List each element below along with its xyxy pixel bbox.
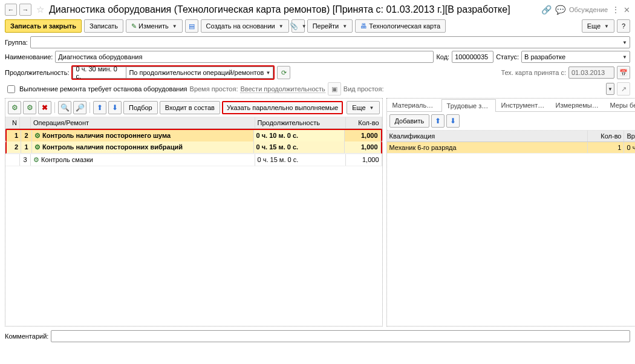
chevron-down-icon: ▼ (172, 24, 177, 29)
col-qty[interactable]: Кол-во (346, 117, 382, 128)
col-dur[interactable]: Продолжительность (255, 117, 346, 128)
tab-tools[interactable]: Инструменты и ... (496, 99, 550, 111)
downtime-kind-label: Вид простоя: (344, 85, 384, 93)
move-down-icon[interactable]: ⬇ (108, 101, 122, 114)
operations-table[interactable]: N Операция/Ремонт Продолжительность Кол-… (5, 117, 382, 326)
parallel-button[interactable]: Указать параллельно выполняемые (222, 101, 343, 114)
change-label: Изменить (138, 22, 169, 30)
comment-input[interactable] (51, 330, 630, 342)
tech-card-button[interactable]: 🖶 Технологическая карта (355, 19, 446, 33)
col-ord[interactable] (20, 117, 31, 128)
code-input[interactable]: 100000035 (452, 51, 493, 63)
calendar-button[interactable]: 📅 (617, 66, 630, 79)
goto-button[interactable]: Перейти ▼ (307, 19, 353, 33)
tab-measure[interactable]: Измеряемые по... (550, 99, 605, 111)
delete-row-icon[interactable]: ✖ (38, 101, 51, 114)
tech-card-label: Технологическая карта (369, 22, 440, 30)
duration-highlight-group: 0 ч. 30 мин. 0 с. По продолжительности о… (71, 65, 275, 80)
help-button[interactable]: ? (617, 19, 630, 33)
code-label: Код: (436, 53, 449, 60)
enter-downtime-link[interactable]: Ввести продолжительность (240, 85, 325, 93)
add-button[interactable]: Добавить (389, 114, 430, 128)
table-row[interactable]: 2 1 ⚙Контроль наличия посторонних вибрац… (5, 141, 382, 154)
requires-stop-checkbox[interactable]: Выполнение ремонта требует останова обор… (5, 83, 187, 95)
left-more-button[interactable]: Еще▼ (347, 101, 379, 114)
tab-materials[interactable]: Материальные з... (387, 99, 441, 111)
status-input[interactable]: В разработке ▼ (521, 51, 630, 63)
clear-search-icon[interactable]: 🔎 (73, 101, 86, 114)
save-button[interactable]: Записать (84, 19, 123, 33)
divider (54, 102, 55, 113)
group-label: Группа: (5, 39, 28, 46)
duration-value-input[interactable]: 0 ч. 30 мин. 0 с. (73, 67, 126, 79)
save-close-button[interactable]: Записать и закрыть (5, 19, 82, 33)
chevron-down-icon: ▼ (604, 24, 609, 29)
name-input[interactable]: Диагностика оборудования (55, 51, 434, 63)
favorite-icon[interactable]: ☆ (36, 4, 44, 15)
chevron-down-icon[interactable]: ▼ (622, 54, 627, 60)
table-row[interactable]: Механик 6-го разряда 1 0 ч. 10 м. 0 с. (387, 142, 635, 154)
group-input[interactable]: ▼ (30, 36, 630, 48)
discussion-link[interactable]: Обсуждение (569, 6, 608, 13)
link-icon[interactable]: 🔗 (541, 5, 552, 15)
close-icon[interactable]: ✕ (624, 5, 630, 15)
create-based-button[interactable]: Создать на основании ▼ (201, 19, 289, 33)
refresh-duration-button[interactable]: ⟳ (277, 66, 290, 79)
goto-label: Перейти (313, 22, 339, 30)
move-up-icon[interactable]: ⬆ (431, 114, 444, 128)
tab-labor[interactable]: Трудовые затра... (441, 99, 496, 112)
labor-table[interactable]: Квалификация Кол-во Время работы Механик… (387, 131, 635, 326)
downtime-icon-button: ▣ (328, 82, 341, 96)
tab-safety[interactable]: Меры безопасн... (605, 99, 635, 111)
back-button[interactable]: ← (5, 4, 17, 16)
chevron-down-icon: ▼ (279, 24, 284, 29)
move-down-icon[interactable]: ⬇ (446, 114, 460, 128)
selection-button[interactable]: Подбор (123, 101, 158, 114)
card-accepted-label: Тех. карта принята с: (501, 69, 566, 76)
new-repair-icon[interactable]: ⚙ (23, 101, 36, 114)
table-row[interactable]: 1 2 ⚙Контроль наличия постороннего шума … (5, 129, 382, 141)
change-button[interactable]: ✎ Изменить ▼ (126, 19, 183, 33)
more-header-button[interactable]: Еще ▼ (582, 19, 614, 33)
contains-button[interactable]: Входит в состав (160, 101, 220, 114)
col-qual[interactable]: Квалификация (387, 131, 588, 141)
gear-icon: ⚙ (34, 132, 41, 139)
col-op[interactable]: Операция/Ремонт (31, 117, 255, 128)
move-up-icon[interactable]: ⬆ (93, 101, 106, 114)
chevron-down-icon[interactable]: ▼ (622, 40, 627, 45)
page-title: Диагностика оборудования (Технологическа… (49, 4, 539, 15)
comment-label: Комментарий: (5, 333, 48, 340)
new-operation-icon[interactable]: ⚙ (8, 101, 21, 114)
chevron-down-icon: ▼ (302, 24, 307, 29)
more-label: Еще (587, 22, 601, 30)
chevron-down-icon: ▼ (342, 24, 347, 29)
divider (90, 102, 90, 113)
gear-icon: ⚙ (34, 143, 41, 151)
chevron-down-icon[interactable]: ▼ (266, 70, 271, 76)
duration-mode-select[interactable]: По продолжительности операций/ремонтов ▼ (126, 67, 273, 79)
downtime-label: Время простоя: (190, 85, 238, 93)
attach-button[interactable]: 📎▼ (291, 19, 305, 33)
status-label: Статус: (496, 53, 519, 60)
chat-icon[interactable]: 💬 (555, 5, 565, 15)
col-n[interactable]: N (5, 117, 20, 128)
card-accepted-input[interactable]: 01.03.2013 (568, 67, 614, 79)
duration-label: Продолжительность: (5, 69, 69, 76)
name-label: Наименование: (5, 53, 53, 60)
col-qty[interactable]: Кол-во (588, 131, 624, 141)
kebab-icon[interactable]: ⋮ (611, 5, 620, 15)
create-based-label: Создать на основании (206, 22, 275, 30)
list-button[interactable]: ▤ (185, 19, 198, 33)
downtime-kind-open: ↗ (617, 82, 630, 96)
col-time[interactable]: Время работы (624, 131, 635, 141)
gear-icon: ⚙ (33, 156, 39, 163)
downtime-kind-dd: ▼ (606, 83, 614, 95)
forward-button[interactable]: → (19, 4, 31, 16)
table-row[interactable]: 3 ⚙Контроль смазки 0 ч. 15 м. 0 с. 1,000 (5, 154, 382, 166)
search-icon[interactable]: 🔍 (58, 101, 71, 114)
